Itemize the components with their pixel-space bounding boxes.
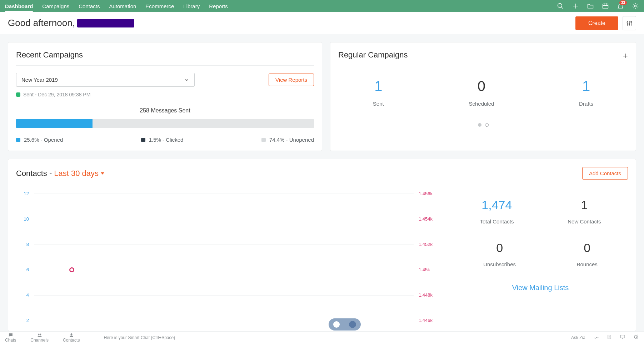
- contacts-title-prefix: Contacts -: [16, 169, 52, 178]
- toggle-dot-left: [333, 321, 340, 328]
- stat-total-value: 1,474: [480, 198, 514, 212]
- svg-point-8: [635, 5, 636, 7]
- nav-contacts[interactable]: Contacts: [79, 0, 100, 12]
- bell-icon[interactable]: 33: [617, 2, 624, 10]
- handwriting-icon[interactable]: [593, 334, 599, 341]
- chart-y-right: 1.456k 1.454k 1.452k 1.45k 1.448k 1.446k: [419, 191, 439, 323]
- bottom-bar: Chats Channels Contacts Here is your Sma…: [0, 332, 644, 343]
- stat-sent[interactable]: 1 Sent: [373, 78, 384, 107]
- yl-tick: 12: [16, 191, 29, 196]
- stat-scheduled[interactable]: 0 Scheduled: [469, 78, 494, 107]
- legend-clicked-icon: [141, 138, 145, 142]
- plus-icon[interactable]: [572, 2, 579, 10]
- legend-row: 25.6% - Opened 1.5% - Clicked 74.4% - Un…: [16, 137, 314, 143]
- greeting-prefix: Good afternoon,: [8, 17, 75, 29]
- view-mailing-lists-link[interactable]: View Mailing Lists: [453, 284, 628, 292]
- carousel-dot-1[interactable]: [478, 123, 481, 127]
- create-button[interactable]: Create: [575, 16, 618, 30]
- chart-y-left: 12 10 8 6 4 2: [16, 191, 29, 323]
- greeting-text: Good afternoon,: [8, 17, 134, 29]
- campaign-select-value: New Year 2019: [21, 77, 58, 83]
- stat-new-value: 1: [568, 198, 601, 212]
- stat-unsubscribes[interactable]: 0 Unsubscribes: [483, 241, 516, 267]
- bottom-tab-channels[interactable]: Channels: [30, 333, 49, 343]
- stat-new-label: New Contacts: [568, 218, 601, 225]
- folder-icon[interactable]: [587, 2, 594, 10]
- toggle-dot-right: [349, 321, 356, 328]
- nav-ecommerce[interactable]: Ecommerce: [145, 0, 174, 12]
- regular-campaigns-card: Regular Campaigns + 1 Sent 0 Scheduled 1…: [330, 42, 636, 151]
- contacts-period-dropdown[interactable]: Last 30 days: [54, 169, 104, 178]
- svg-rect-22: [620, 335, 625, 338]
- bottom-bar-left: Chats Channels Contacts Here is your Sma…: [5, 333, 175, 343]
- add-contacts-button[interactable]: Add Contacts: [582, 167, 628, 180]
- yl-tick: 8: [16, 242, 29, 247]
- monitor-icon[interactable]: [620, 334, 625, 341]
- stat-unsub-label: Unsubscribes: [483, 261, 516, 267]
- stat-drafts-label: Drafts: [579, 101, 593, 107]
- svg-line-27: [636, 337, 637, 338]
- nav-campaigns[interactable]: Campaigns: [42, 0, 69, 12]
- clock-icon[interactable]: [633, 334, 639, 341]
- open-rate-bar: [16, 119, 314, 128]
- legend-opened: 25.6% - Opened: [16, 137, 63, 143]
- stat-total-contacts[interactable]: 1,474 Total Contacts: [480, 198, 514, 225]
- svg-point-15: [38, 333, 40, 335]
- svg-point-17: [70, 333, 72, 335]
- chevron-down-icon: [184, 77, 189, 82]
- stat-bounces-label: Bounces: [576, 261, 597, 267]
- ask-zia-button[interactable]: Ask Zia: [571, 335, 585, 340]
- gear-icon[interactable]: [632, 2, 639, 10]
- stat-total-label: Total Contacts: [480, 218, 514, 225]
- legend-unopened: 74.4% - Unopened: [261, 137, 314, 143]
- nav-dashboard[interactable]: Dashboard: [5, 0, 33, 12]
- top-nav: Dashboard Campaigns Contacts Automation …: [0, 0, 644, 12]
- campaign-select[interactable]: New Year 2019: [16, 73, 195, 87]
- top-nav-left: Dashboard Campaigns Contacts Automation …: [5, 0, 228, 12]
- stat-drafts[interactable]: 1 Drafts: [579, 78, 593, 107]
- bottom-tab-contacts[interactable]: Contacts: [63, 333, 80, 343]
- yl-tick: 2: [16, 318, 29, 323]
- greeting-actions: Create: [575, 16, 636, 30]
- triangle-down-icon: [101, 172, 104, 175]
- open-rate-fill: [16, 119, 93, 128]
- settings-sliders-button[interactable]: [623, 16, 636, 30]
- search-icon[interactable]: [557, 2, 564, 10]
- yr-tick: 1.446k: [419, 318, 439, 323]
- legend-opened-icon: [16, 138, 20, 142]
- add-campaign-button[interactable]: +: [623, 50, 628, 61]
- notifications-badge: 33: [619, 0, 627, 5]
- floating-toggle[interactable]: [329, 318, 361, 331]
- greeting-bar: Good afternoon, Create: [0, 12, 644, 34]
- legend-opened-text: 25.6% - Opened: [24, 137, 63, 143]
- bottom-bar-right: Ask Zia: [571, 334, 639, 341]
- contacts-stats: 1,474 Total Contacts 1 New Contacts 0 Un…: [439, 191, 628, 323]
- stat-bounces[interactable]: 0 Bounces: [576, 241, 597, 267]
- document-icon[interactable]: [607, 334, 612, 341]
- nav-library[interactable]: Library: [183, 0, 200, 12]
- nav-automation[interactable]: Automation: [109, 0, 136, 12]
- bottom-tab-channels-label: Channels: [30, 338, 49, 343]
- bottom-tab-chats-label: Chats: [5, 338, 16, 343]
- sent-status-text: Sent - Dec 29, 2018 09:38 PM: [23, 92, 90, 97]
- svg-point-12: [629, 23, 630, 24]
- carousel-dots: [330, 123, 636, 134]
- calendar-icon[interactable]: [602, 2, 609, 10]
- regular-campaigns-title: Regular Campaigns: [330, 42, 636, 65]
- nav-reports[interactable]: Reports: [209, 0, 228, 12]
- bottom-tab-chats[interactable]: Chats: [5, 333, 16, 343]
- stat-drafts-value: 1: [579, 78, 593, 94]
- top-nav-right: 33: [557, 2, 639, 10]
- smart-chat-hint[interactable]: Here is your Smart Chat (Ctrl+Space): [97, 335, 175, 340]
- chart-plot-area: [34, 193, 414, 321]
- view-reports-button[interactable]: View Reports: [269, 74, 314, 86]
- status-sent-icon: [16, 92, 20, 97]
- svg-line-1: [561, 7, 563, 9]
- stat-sent-label: Sent: [373, 101, 384, 107]
- carousel-dot-2[interactable]: [485, 123, 489, 127]
- chart-highlight-point[interactable]: [69, 267, 74, 272]
- stat-sent-value: 1: [373, 78, 384, 94]
- stat-new-contacts[interactable]: 1 New Contacts: [568, 198, 601, 225]
- yr-tick: 1.452k: [419, 242, 439, 247]
- legend-unopened-icon: [261, 138, 266, 142]
